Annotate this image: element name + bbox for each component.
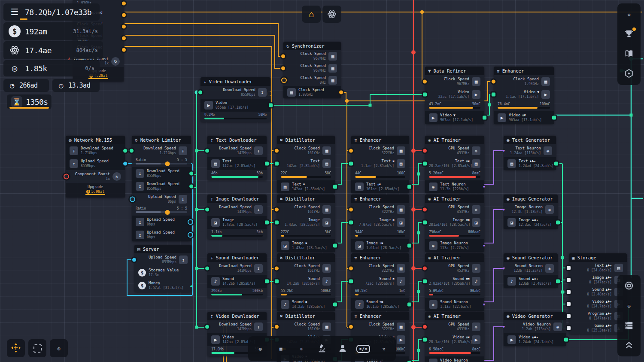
- input-port[interactable]: [423, 325, 427, 329]
- output-port[interactable]: [265, 221, 269, 225]
- output-port[interactable]: ▼: [482, 243, 486, 248]
- input-port[interactable]: [349, 149, 353, 153]
- chevrons-button[interactable]: [620, 337, 638, 354]
- input-port[interactable]: [275, 325, 279, 329]
- output-port[interactable]: [123, 149, 127, 153]
- input-port[interactable]: [423, 338, 427, 342]
- output-port[interactable]: [189, 185, 193, 189]
- input-port[interactable]: [198, 91, 202, 94]
- input-port[interactable]: [64, 174, 69, 179]
- output-port[interactable]: [333, 185, 337, 189]
- input-port[interactable]: [567, 266, 571, 270]
- node-server[interactable]: ▤ServerUpload Speed855Mbps↥$Storage Valu…: [134, 245, 191, 292]
- input-port[interactable]: [275, 280, 279, 283]
- node-video-generator[interactable]: ◉Video Generator▼Video Neuron1.2ab [113a…: [504, 312, 566, 346]
- fan-button[interactable]: ❊: [292, 340, 311, 357]
- node-enhancer-text[interactable]: ⇈EnhancerClock Speed322YHz▦Text✖1.1ae [2…: [351, 136, 409, 193]
- input-port[interactable]: [567, 326, 571, 330]
- input-port[interactable]: [205, 208, 209, 212]
- node-enhancer-sound[interactable]: ⇈EnhancerClock Speed322YHz▦Sound✖72ac [2…: [351, 253, 409, 311]
- input-port[interactable]: [205, 149, 209, 153]
- node-synchronizer[interactable]: ↻SynchronizerClock Speed967MHz▦Clock Spe…: [283, 42, 341, 98]
- input-port[interactable]: [205, 325, 209, 329]
- output-port[interactable]: [188, 219, 193, 225]
- output-port[interactable]: [122, 36, 126, 40]
- code-button[interactable]: </>: [354, 340, 373, 357]
- input-port[interactable]: [423, 80, 427, 84]
- chip-button[interactable]: ▦: [271, 340, 290, 357]
- input-port[interactable]: [349, 162, 353, 166]
- node-text-generator[interactable]: ◉Text Generator▼Text Neuron1.24aa [113b/…: [504, 136, 556, 170]
- input-port[interactable]: [492, 93, 495, 97]
- output-port[interactable]: [333, 303, 337, 307]
- input-port[interactable]: [275, 221, 279, 225]
- input-port[interactable]: [423, 162, 427, 166]
- input-port[interactable]: [423, 267, 427, 271]
- input-port[interactable]: [423, 280, 427, 283]
- input-port[interactable]: [423, 93, 427, 97]
- input-port[interactable]: [567, 278, 571, 282]
- slider-handle[interactable]: [165, 161, 170, 166]
- node-data-refiner[interactable]: ▼Data RefinerClock Speed967MHz▦Video22ac…: [425, 67, 484, 124]
- node-sound-downloader[interactable]: ↧Sound DownloaderDownload Speed142Mbps↧♪…: [207, 253, 267, 298]
- node-network-limiter[interactable]: ⊘Network LimiterDownload Speed1.71Gbps↧R…: [132, 136, 191, 241]
- node-enhancer-video-top[interactable]: ⇈EnhancerClock Speed1.93GHz▦Video▼1.1ac …: [494, 67, 554, 124]
- output-port[interactable]: [265, 280, 269, 283]
- server-button[interactable]: [620, 317, 638, 334]
- circle-button[interactable]: ◎: [50, 339, 68, 357]
- target-button[interactable]: ◎: [620, 297, 638, 314]
- input-port[interactable]: [275, 162, 279, 166]
- input-port[interactable]: [275, 267, 279, 271]
- output-port[interactable]: [188, 232, 193, 238]
- output-port[interactable]: [122, 1, 126, 5]
- input-port[interactable]: [275, 208, 279, 212]
- input-port[interactable]: [275, 149, 279, 153]
- home-button[interactable]: ⌂: [302, 6, 321, 23]
- input-port[interactable]: [423, 149, 427, 153]
- node-ai-trainer-text[interactable]: ❋AI TrainerGPU Speed453YHz❊Text⇈✖28.2ae/…: [425, 136, 484, 193]
- input-port[interactable]: [423, 221, 427, 225]
- node-image-downloader[interactable]: ↧Image DownloaderDownload Speed142Mbps↧◪…: [207, 195, 267, 239]
- output-port[interactable]: [483, 116, 486, 120]
- input-port[interactable]: [349, 280, 353, 283]
- input-port[interactable]: [205, 267, 209, 271]
- input-port[interactable]: ▼: [501, 325, 506, 329]
- game-canvas[interactable]: 1.93GHzClock Speed967MHzClock Speed967MH…: [0, 0, 644, 362]
- output-port[interactable]: [407, 244, 411, 248]
- output-port[interactable]: [265, 162, 269, 166]
- slider-track[interactable]: [136, 211, 187, 213]
- node-distillator-text[interactable]: ✖DistillatorClock Speed161YHz▦Text142ac …: [277, 136, 335, 193]
- output-port[interactable]: [339, 91, 343, 94]
- input-port[interactable]: [281, 67, 285, 70]
- node-ai-trainer-video[interactable]: ❋AI TrainerGPU Speed453YHz❊Video⇈✖28.1ac…: [425, 312, 484, 362]
- output-port[interactable]: [556, 280, 560, 283]
- output-port[interactable]: [122, 13, 126, 17]
- input-port[interactable]: [281, 78, 287, 83]
- input-port[interactable]: [130, 197, 135, 202]
- input-port[interactable]: ▼: [501, 266, 506, 271]
- input-port[interactable]: [349, 208, 353, 212]
- input-port[interactable]: ▼: [501, 207, 506, 212]
- slider-handle[interactable]: [165, 210, 170, 215]
- aperture-button[interactable]: [620, 277, 638, 295]
- atom-button[interactable]: [322, 6, 341, 23]
- output-port[interactable]: [564, 338, 568, 342]
- output-port[interactable]: ▼: [482, 185, 486, 189]
- input-port[interactable]: [492, 80, 495, 84]
- node-ai-trainer-sound[interactable]: ❋AI TrainerGPU Speed453YHz❊Sound⇈✖2.82ad…: [425, 253, 484, 311]
- upgrade-button[interactable]: Upgrade$5.98at: [66, 183, 125, 198]
- output-port[interactable]: ▼: [482, 302, 486, 307]
- book-button[interactable]: [620, 46, 638, 63]
- output-port[interactable]: [552, 116, 556, 120]
- output-port[interactable]: ▲: [189, 283, 194, 288]
- move-button[interactable]: [7, 339, 25, 357]
- node-sound-generator[interactable]: ◉Sound Generator▼Sound Neuron123b [11.3a…: [504, 253, 558, 288]
- output-port[interactable]: [554, 162, 558, 166]
- node-video-downloader-1[interactable]: ↧Video DownloaderDownload Speed855Mbps↧▶…: [200, 77, 270, 122]
- input-port[interactable]: [349, 325, 353, 329]
- gear-button[interactable]: ⚙: [620, 6, 638, 23]
- hex-badge-button[interactable]: [620, 65, 638, 82]
- input-port[interactable]: [567, 290, 571, 294]
- node-distillator-image[interactable]: ✖DistillatorClock Speed161YHz▦Image1.43a…: [277, 195, 335, 252]
- output-port[interactable]: ▼: [482, 361, 486, 362]
